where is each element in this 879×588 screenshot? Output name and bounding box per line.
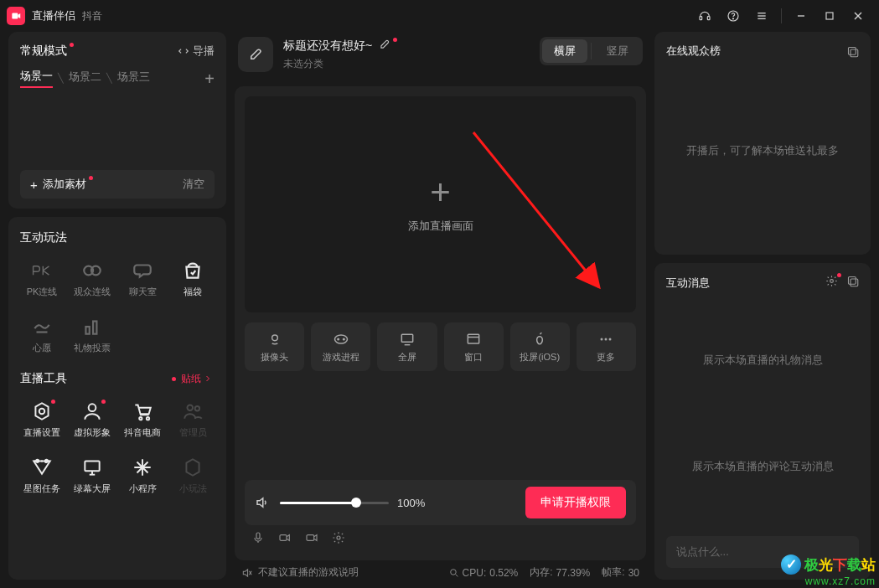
source-game[interactable]: 游戏进程	[311, 322, 370, 371]
tool-admin[interactable]: 管理员	[168, 395, 218, 447]
source-window[interactable]: 窗口	[444, 322, 504, 371]
svg-point-17	[39, 409, 45, 415]
scene-tab-2[interactable]: 场景二	[69, 70, 101, 87]
tool-minigames[interactable]: 小玩法	[168, 451, 218, 503]
apple-icon	[531, 331, 548, 348]
source-camera[interactable]: 摄像头	[245, 322, 304, 371]
help-icon[interactable]	[719, 2, 747, 30]
svg-marker-32	[186, 459, 199, 476]
minimize-icon[interactable]	[787, 2, 815, 30]
svg-rect-25	[85, 461, 99, 471]
mic-icon[interactable]	[251, 531, 265, 544]
svg-rect-47	[307, 535, 314, 541]
src-label: 摄像头	[261, 351, 288, 364]
popout-icon[interactable]	[846, 275, 859, 291]
source-fullscreen[interactable]: 全屏	[377, 322, 437, 371]
svg-rect-15	[93, 322, 96, 334]
chat-input[interactable]: 说点什么...	[666, 536, 859, 568]
src-label: 更多	[597, 351, 615, 364]
category-label[interactable]: 未选分类	[283, 57, 390, 71]
interact-title: 互动玩法	[17, 230, 218, 254]
settings-icon[interactable]	[332, 531, 345, 544]
add-material-button[interactable]: + 添加素材	[30, 177, 86, 192]
avatar-icon	[80, 400, 104, 423]
svg-point-23	[36, 460, 39, 462]
mode-title: 常规模式	[20, 44, 67, 59]
tool-ecommerce[interactable]: 抖音电商	[117, 395, 168, 447]
volume-slider[interactable]	[280, 502, 389, 504]
gear-icon[interactable]	[825, 275, 838, 291]
sticker-dot-icon	[172, 377, 176, 381]
audience-title: 在线观众榜	[666, 44, 721, 59]
status-fps: 帧率:30	[602, 565, 639, 580]
svg-point-36	[343, 338, 344, 340]
popout-icon[interactable]	[846, 45, 859, 58]
edit-stream-button[interactable]	[238, 37, 273, 72]
status-warning[interactable]: 不建议直播的游戏说明	[241, 565, 359, 580]
svg-point-4	[732, 18, 733, 19]
tool-label: 直播设置	[23, 426, 60, 439]
svg-rect-9	[826, 13, 833, 19]
edit-title-icon[interactable]	[379, 39, 390, 54]
orient-horizontal[interactable]: 横屏	[542, 39, 587, 63]
tools-title: 直播工具	[20, 371, 67, 386]
svg-point-42	[605, 338, 608, 340]
tool-label: 观众连线	[74, 286, 111, 298]
tool-virtual-avatar[interactable]: 虚拟形象	[67, 395, 117, 447]
orient-vertical[interactable]: 竖屏	[595, 39, 640, 63]
close-icon[interactable]	[844, 2, 872, 30]
tool-label: 聊天室	[129, 286, 157, 298]
tool-wish[interactable]: 心愿	[17, 310, 67, 363]
maximize-icon[interactable]	[815, 2, 844, 30]
menu-icon[interactable]	[747, 2, 776, 30]
apply-permission-button[interactable]: 申请开播权限	[525, 487, 626, 518]
center-header: 标题还没有想好~ 未选分类 横屏 竖屏	[235, 32, 646, 86]
tool-pk[interactable]: PK连线	[17, 254, 67, 307]
record-icon[interactable]	[278, 531, 292, 544]
tool-label: 小程序	[129, 482, 157, 495]
svg-rect-44	[256, 533, 260, 539]
add-scene-button[interactable]: +	[204, 70, 215, 87]
screen-icon	[80, 456, 104, 479]
messages-hint-1: 展示本场直播的礼物消息	[703, 353, 823, 368]
tool-label: 抖音电商	[124, 426, 161, 439]
sticker-link[interactable]: 贴纸	[172, 372, 213, 386]
svg-marker-16	[35, 403, 48, 420]
sub-controls	[245, 525, 636, 550]
app-logo	[7, 7, 25, 25]
tool-audience-link[interactable]: 观众连线	[67, 254, 117, 307]
svg-point-22	[195, 406, 199, 410]
bag-icon	[181, 259, 204, 282]
tool-luckybag[interactable]: 福袋	[168, 254, 218, 307]
svg-point-20	[147, 417, 149, 420]
scene-tab-1[interactable]: 场景一	[20, 69, 53, 88]
source-ios-cast[interactable]: 投屏(iOS)	[510, 322, 570, 371]
canvas-area[interactable]: + 添加直播画面	[245, 96, 636, 312]
gear-icon	[30, 400, 54, 423]
director-button[interactable]: 导播	[178, 44, 215, 59]
plus-icon: +	[430, 175, 451, 210]
tool-live-settings[interactable]: 直播设置	[17, 395, 67, 447]
scene-tab-3[interactable]: 场景三	[117, 70, 150, 87]
volume-icon[interactable]	[255, 495, 271, 510]
svg-point-35	[338, 338, 339, 340]
status-cpu: CPU: 0.52%	[448, 567, 519, 579]
vote-icon	[80, 315, 104, 338]
tool-gift-vote[interactable]: 礼物投票	[67, 310, 117, 363]
stage-panel: + 添加直播画面 摄像头 游戏进程 全屏 窗口 投屏(iOS) 更多 100% …	[235, 86, 646, 560]
svg-rect-0	[12, 13, 18, 19]
tool-label: 礼物投票	[74, 342, 111, 354]
titlebar: 直播伴侣 抖音	[0, 0, 879, 32]
camera-off-icon[interactable]	[305, 531, 318, 544]
source-more[interactable]: 更多	[577, 322, 636, 371]
headset-icon[interactable]	[690, 2, 719, 30]
svg-rect-55	[851, 49, 858, 57]
tool-miniprogram[interactable]: 小程序	[117, 451, 168, 503]
link-icon	[80, 259, 104, 282]
tool-chatroom[interactable]: 聊天室	[117, 254, 168, 307]
clear-button[interactable]: 清空	[183, 177, 204, 192]
director-label: 导播	[193, 44, 215, 59]
tool-star-task[interactable]: 星图任务	[17, 451, 67, 503]
tool-green-screen[interactable]: 绿幕大屏	[67, 451, 117, 503]
wish-icon	[30, 315, 54, 338]
